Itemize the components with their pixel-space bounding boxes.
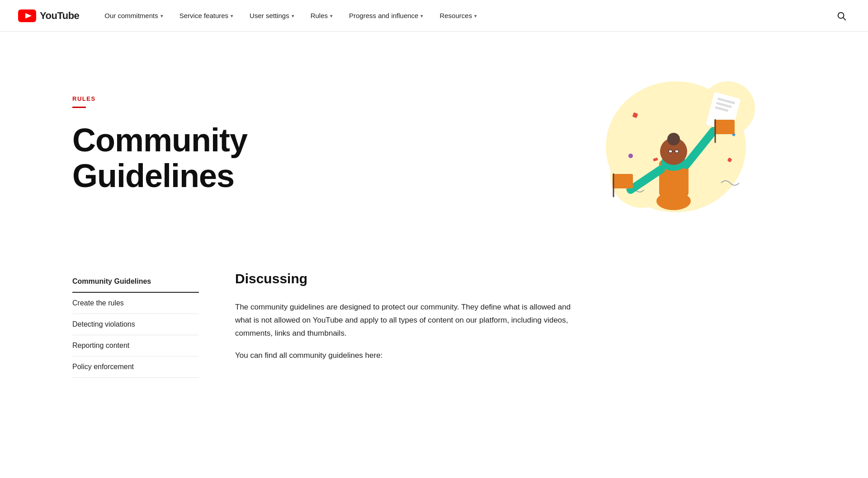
chevron-down-icon: ▾ [474,13,477,19]
svg-rect-22 [714,120,735,134]
rules-label: RULES [72,95,389,102]
hero-content: RULES Community Guidelines [72,95,389,194]
svg-point-25 [667,133,680,145]
chevron-down-icon: ▾ [231,13,233,19]
sidebar-item-reporting-content[interactable]: Reporting content [72,335,199,356]
nav-item-our-commitments[interactable]: Our commitments ▾ [97,8,170,23]
article-paragraph-1: The community guidelines are designed to… [235,301,579,340]
search-button[interactable] [833,7,850,24]
rules-underline [72,107,86,108]
nav-item-resources[interactable]: Resources ▾ [432,8,484,23]
logo-text: YouTube [40,10,79,22]
sidebar-item-detecting-violations[interactable]: Detecting violations [72,314,199,335]
sidebar-item-community-guidelines[interactable]: Community Guidelines [72,271,199,293]
nav-item-service-features[interactable]: Service features ▾ [172,8,241,23]
chevron-down-icon: ▾ [160,13,163,19]
svg-point-26 [669,150,672,153]
hero-section: RULES Community Guidelines [0,32,868,248]
svg-line-3 [843,18,845,20]
nav-item-user-settings[interactable]: User settings ▾ [242,8,302,23]
hero-illustration [588,68,760,221]
main-content: Community Guidelines Create the rules De… [0,248,868,405]
illustration-svg [588,68,760,221]
sidebar-item-create-the-rules[interactable]: Create the rules [72,293,199,314]
sidebar-item-policy-enforcement[interactable]: Policy enforcement [72,356,199,378]
nav-item-rules[interactable]: Rules ▾ [303,8,340,23]
nav-item-progress-and-influence[interactable]: Progress and influence ▾ [342,8,430,23]
chevron-down-icon: ▾ [292,13,294,19]
svg-point-13 [628,154,633,158]
article-body: Discussing The community guidelines are … [235,267,579,378]
logo[interactable]: YouTube [18,9,79,22]
svg-rect-19 [613,174,633,188]
page-title: Community Guidelines [72,122,389,194]
article-section-title: Discussing [235,271,579,286]
chevron-down-icon: ▾ [330,13,333,19]
article-text: The community guidelines are designed to… [235,301,579,362]
search-icon [836,11,846,21]
chevron-down-icon: ▾ [420,13,423,19]
main-nav: Our commitments ▾ Service features ▾ Use… [97,8,833,23]
article-paragraph-2: You can find all community guidelines he… [235,349,579,362]
sidebar-nav: Community Guidelines Create the rules De… [72,267,199,378]
site-header: YouTube Our commitments ▾ Service featur… [0,0,868,32]
svg-point-27 [675,150,678,153]
youtube-logo-icon [18,9,36,22]
